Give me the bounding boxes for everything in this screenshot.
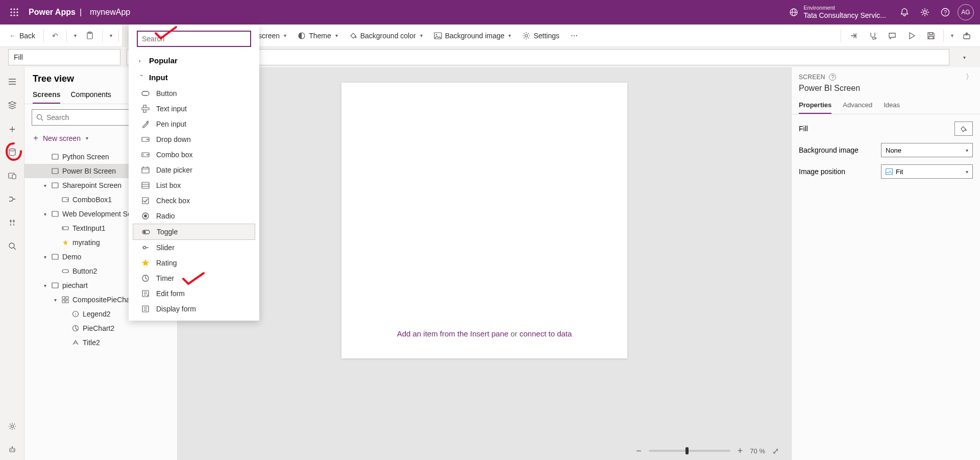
insert-item[interactable]: List box — [133, 178, 255, 193]
tree-item[interactable]: Title2 — [24, 335, 177, 350]
bg-color-button[interactable]: Background color ▾ — [344, 25, 428, 47]
insert-item-icon — [141, 244, 150, 252]
insert-search[interactable] — [137, 31, 251, 47]
rail-insert-button[interactable]: ＋ — [2, 118, 22, 139]
app-checker-button[interactable] — [864, 25, 882, 47]
canvas-area: Add an item from the Insert pane or conn… — [178, 67, 791, 460]
props-collapse-button[interactable]: 〉 — [966, 72, 973, 82]
top-header: Power Apps | mynewApp Environment Tata C… — [0, 0, 980, 25]
insert-item[interactable]: Text input — [133, 101, 255, 116]
insert-item[interactable]: Slider — [133, 240, 255, 255]
rail-data-button[interactable] — [2, 142, 22, 162]
props-tab-ideas[interactable]: Ideas — [884, 97, 900, 114]
rail-media-button[interactable] — [2, 165, 22, 186]
back-button[interactable]: ← Back — [4, 25, 40, 47]
tree-item[interactable]: PieChart2 — [24, 321, 177, 335]
database-icon — [8, 148, 16, 156]
paste-split-button[interactable]: ▾ — [106, 25, 115, 47]
left-rail: ＋ — [0, 67, 24, 460]
share-button[interactable] — [844, 25, 863, 47]
insert-category-popular[interactable]: › Popular — [133, 52, 255, 69]
zoom-out-button[interactable]: − — [636, 446, 642, 456]
insert-category-input[interactable]: › Input — [133, 69, 255, 86]
insert-item[interactable]: Combo box — [133, 147, 255, 162]
zoom-thumb[interactable] — [685, 447, 689, 454]
svg-rect-34 — [10, 448, 15, 452]
insert-item[interactable]: Toggle — [133, 224, 255, 240]
canvas-scroll[interactable]: Add an item from the Insert pane or conn… — [178, 67, 791, 442]
props-tab-properties[interactable]: Properties — [799, 97, 831, 114]
insert-item[interactable]: Date picker — [133, 162, 255, 178]
hint-connect-link[interactable]: connect to data — [520, 329, 572, 338]
canvas-artboard[interactable]: Add an item from the Insert pane or conn… — [341, 83, 627, 358]
app-settings-button[interactable]: Settings — [517, 25, 565, 47]
insert-item-label: List box — [156, 181, 181, 189]
insert-item[interactable]: Edit form — [133, 286, 255, 301]
insert-item[interactable]: Check box — [133, 193, 255, 208]
rail-flows-button[interactable] — [2, 189, 22, 209]
image-icon — [434, 32, 442, 40]
rail-search-button[interactable] — [2, 236, 22, 256]
paste-button[interactable] — [81, 25, 99, 47]
tree-caret[interactable]: ▾ — [42, 211, 48, 217]
insert-item[interactable]: Drop down — [133, 132, 255, 147]
zoom-in-button[interactable]: + — [738, 446, 743, 456]
zoom-slider[interactable] — [649, 450, 730, 452]
prop-imgpos-select[interactable]: Fit ▾ — [881, 164, 973, 179]
insert-item[interactable]: Display form — [133, 301, 255, 317]
formula-expand-button[interactable]: ▾ — [955, 49, 972, 65]
help-icon[interactable]: ? — [829, 74, 836, 81]
chevron-down-icon: ▾ — [966, 169, 968, 175]
theme-button[interactable]: Theme ▾ — [292, 25, 343, 47]
svg-rect-60 — [142, 91, 149, 95]
tree-caret[interactable]: ▾ — [52, 297, 58, 303]
property-selector[interactable]: Fill — [8, 49, 120, 65]
rail-virtual-agent-button[interactable] — [2, 440, 22, 460]
save-button[interactable] — [922, 25, 940, 47]
tree-caret[interactable]: ▾ — [42, 254, 48, 260]
tree-caret[interactable]: ▾ — [42, 283, 48, 288]
publish-button[interactable] — [958, 25, 976, 47]
insert-item[interactable]: Timer — [133, 271, 255, 286]
tree-item-icon: ★ — [61, 238, 69, 247]
svg-rect-43 — [52, 183, 58, 188]
svg-point-36 — [13, 450, 14, 451]
save-split-button[interactable]: ▾ — [947, 25, 957, 47]
prop-bgimg-select[interactable]: None ▾ — [881, 143, 973, 157]
insert-item[interactable]: Radio — [133, 208, 255, 224]
insert-item[interactable]: Button — [133, 86, 255, 101]
hint-insert-link[interactable]: Add an item from the Insert pane — [397, 329, 508, 338]
tab-screens[interactable]: Screens — [33, 86, 60, 104]
preview-button[interactable] — [902, 25, 921, 47]
undo-button[interactable]: ↶ — [47, 25, 63, 47]
insert-item[interactable]: Pen input — [133, 116, 255, 132]
tab-components[interactable]: Components — [70, 86, 111, 104]
app-launcher-button[interactable] — [4, 0, 24, 25]
settings-button[interactable] — [915, 0, 935, 25]
insert-item[interactable]: Rating — [133, 255, 255, 271]
rail-tools-button[interactable] — [2, 212, 22, 233]
rail-settings-button[interactable] — [2, 416, 22, 437]
overflow-button[interactable]: ⋯ — [566, 25, 583, 47]
notifications-button[interactable] — [894, 0, 915, 25]
rail-tree-button[interactable] — [2, 95, 22, 115]
environment-picker[interactable]: Environment Tata Consultancy Servic... — [789, 5, 886, 20]
svg-rect-66 — [142, 167, 149, 173]
user-avatar[interactable]: AG — [955, 0, 976, 25]
tree-item-icon — [51, 282, 59, 289]
fit-to-screen-button[interactable]: ⤢ — [772, 446, 779, 456]
help-button[interactable]: ? — [935, 0, 955, 25]
svg-point-35 — [11, 450, 12, 451]
bg-image-button[interactable]: Background image ▾ — [429, 25, 517, 47]
comments-button[interactable] — [883, 25, 901, 47]
insert-item-icon — [141, 305, 150, 313]
hamburger-icon — [8, 78, 16, 86]
prop-fill-button[interactable] — [954, 122, 973, 136]
props-tab-advanced[interactable]: Advanced — [843, 97, 872, 114]
tree-item-icon — [51, 167, 59, 175]
insert-search-input[interactable] — [142, 35, 246, 43]
rail-hamburger-button[interactable] — [2, 71, 22, 92]
undo-split-button[interactable]: ▾ — [70, 25, 80, 47]
tree-caret[interactable]: ▾ — [42, 183, 48, 188]
prop-bgimg-label: Background image — [799, 146, 859, 154]
